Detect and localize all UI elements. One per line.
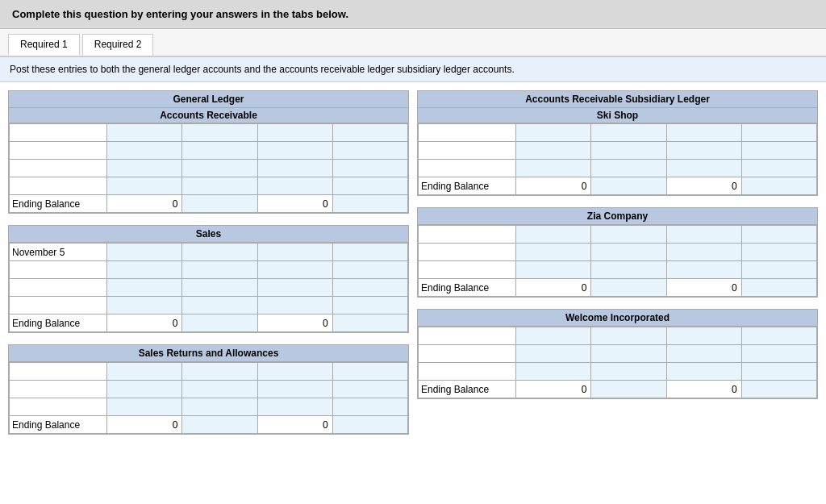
input-cell[interactable] <box>107 244 182 261</box>
input-cell[interactable] <box>516 244 591 261</box>
input-cell[interactable] <box>107 177 182 195</box>
input-cell[interactable] <box>332 279 407 297</box>
input-cell[interactable] <box>257 381 332 398</box>
input-cell[interactable] <box>257 363 332 381</box>
input-cell[interactable] <box>332 416 407 434</box>
input-cell[interactable] <box>182 195 257 213</box>
input-cell[interactable] <box>182 314 257 332</box>
input-cell[interactable] <box>182 398 257 416</box>
input-cell[interactable] <box>741 177 816 195</box>
row-label: November 5 <box>10 244 107 261</box>
input-cell[interactable] <box>591 363 666 381</box>
input-cell[interactable] <box>741 244 816 261</box>
input-cell[interactable] <box>666 345 741 363</box>
input-cell[interactable] <box>107 261 182 279</box>
input-cell[interactable] <box>741 261 816 279</box>
input-cell[interactable] <box>666 363 741 381</box>
input-cell[interactable] <box>741 124 816 142</box>
accounts-receivable-section: General Ledger Accounts Receivable <box>8 90 409 214</box>
input-cell[interactable] <box>182 297 257 314</box>
input-cell[interactable] <box>666 244 741 261</box>
input-cell[interactable] <box>666 327 741 345</box>
welcome-table: Ending Balance 0 0 <box>418 327 817 398</box>
input-cell[interactable] <box>741 345 816 363</box>
input-cell[interactable] <box>666 226 741 244</box>
input-cell[interactable] <box>257 244 332 261</box>
input-cell[interactable] <box>107 160 182 177</box>
tab-required1[interactable]: Required 1 <box>8 34 80 56</box>
input-cell[interactable] <box>332 381 407 398</box>
input-cell[interactable] <box>332 195 407 213</box>
input-cell[interactable] <box>666 261 741 279</box>
input-cell[interactable] <box>591 279 666 297</box>
input-cell[interactable] <box>516 124 591 142</box>
input-cell[interactable] <box>107 363 182 381</box>
input-cell[interactable] <box>666 142 741 160</box>
tab-required2[interactable]: Required 2 <box>82 34 154 56</box>
input-cell[interactable] <box>666 160 741 177</box>
input-cell[interactable] <box>257 177 332 195</box>
input-cell[interactable] <box>741 363 816 381</box>
input-cell[interactable] <box>741 327 816 345</box>
input-cell[interactable] <box>182 124 257 142</box>
input-cell[interactable] <box>182 261 257 279</box>
input-cell[interactable] <box>591 177 666 195</box>
ending-label: Ending Balance <box>419 279 516 297</box>
input-cell[interactable] <box>591 142 666 160</box>
input-cell[interactable] <box>591 345 666 363</box>
input-cell[interactable] <box>516 226 591 244</box>
input-cell[interactable] <box>257 124 332 142</box>
input-cell[interactable] <box>332 398 407 416</box>
input-cell[interactable] <box>182 416 257 434</box>
input-cell[interactable] <box>741 160 816 177</box>
input-cell[interactable] <box>107 142 182 160</box>
input-cell[interactable] <box>332 261 407 279</box>
input-cell[interactable] <box>107 124 182 142</box>
input-cell[interactable] <box>257 142 332 160</box>
input-cell[interactable] <box>257 279 332 297</box>
input-cell[interactable] <box>741 226 816 244</box>
input-cell[interactable] <box>591 160 666 177</box>
input-cell[interactable] <box>182 279 257 297</box>
input-cell[interactable] <box>516 363 591 381</box>
input-cell[interactable] <box>332 363 407 381</box>
input-cell[interactable] <box>516 327 591 345</box>
ending-value-credit: 0 <box>666 279 741 297</box>
input-cell[interactable] <box>107 381 182 398</box>
input-cell[interactable] <box>332 177 407 195</box>
input-cell[interactable] <box>666 124 741 142</box>
input-cell[interactable] <box>257 398 332 416</box>
input-cell[interactable] <box>107 398 182 416</box>
input-cell[interactable] <box>182 244 257 261</box>
input-cell[interactable] <box>741 142 816 160</box>
input-cell[interactable] <box>182 142 257 160</box>
input-cell[interactable] <box>107 297 182 314</box>
input-cell[interactable] <box>591 381 666 398</box>
input-cell[interactable] <box>332 244 407 261</box>
input-cell[interactable] <box>516 142 591 160</box>
input-cell[interactable] <box>591 327 666 345</box>
input-cell[interactable] <box>257 261 332 279</box>
input-cell[interactable] <box>182 177 257 195</box>
input-cell[interactable] <box>257 160 332 177</box>
input-cell[interactable] <box>332 297 407 314</box>
input-cell[interactable] <box>182 363 257 381</box>
input-cell[interactable] <box>591 124 666 142</box>
input-cell[interactable] <box>516 261 591 279</box>
input-cell[interactable] <box>332 314 407 332</box>
input-cell[interactable] <box>257 297 332 314</box>
input-cell[interactable] <box>332 142 407 160</box>
input-cell[interactable] <box>182 160 257 177</box>
input-cell[interactable] <box>332 160 407 177</box>
input-cell[interactable] <box>107 279 182 297</box>
input-cell[interactable] <box>516 160 591 177</box>
input-cell[interactable] <box>741 279 816 297</box>
input-cell[interactable] <box>516 345 591 363</box>
input-cell[interactable] <box>332 124 407 142</box>
row-label <box>10 261 107 279</box>
input-cell[interactable] <box>182 381 257 398</box>
input-cell[interactable] <box>591 244 666 261</box>
input-cell[interactable] <box>591 226 666 244</box>
input-cell[interactable] <box>591 261 666 279</box>
input-cell[interactable] <box>741 381 816 398</box>
